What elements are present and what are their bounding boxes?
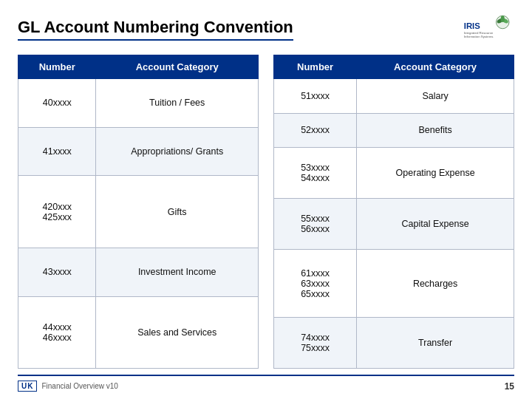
svg-text:IRIS: IRIS [464, 21, 481, 30]
right-table-number-cell: 53xxxx 54xxxx [274, 148, 357, 199]
page-title: GL Account Numbering Convention [18, 18, 293, 37]
footer-text: Financial Overview v10 [41, 382, 117, 390]
right-table-header-category: Account Category [357, 55, 514, 79]
left-table-number-cell: 40xxxx [18, 79, 96, 128]
right-table-category-cell: Benefits [357, 113, 514, 148]
svg-text:Information Systems: Information Systems [464, 35, 494, 38]
left-table-header-number: Number [18, 55, 96, 79]
left-table-category-cell: Tuition / Fees [96, 79, 259, 128]
left-table-category-cell: Sales and Services [96, 296, 259, 368]
left-table-number-cell: 43xxxx [18, 248, 96, 296]
right-table: Number Account Category 51xxxxSalary52xx… [273, 55, 514, 369]
right-table-number-cell: 61xxxx 63xxxx 65xxxx [274, 250, 357, 318]
svg-text:Integrated Resource: Integrated Resource [464, 31, 494, 35]
footer: UK Financial Overview v10 15 [18, 375, 514, 392]
header: GL Account Numbering Convention IRIS Int… [18, 13, 514, 41]
iris-logo-icon: IRIS Integrated Resource Information Sys… [463, 13, 514, 42]
left-table-category-cell: Gifts [96, 176, 259, 248]
right-table-category-cell: Salary [357, 79, 514, 114]
right-table-number-cell: 74xxxx 75xxxx [274, 317, 357, 368]
right-table-number-cell: 52xxxx [274, 113, 357, 148]
page-number: 15 [505, 381, 514, 392]
right-table-number-cell: 51xxxx [274, 79, 357, 114]
left-table-category-cell: Appropriations/ Grants [96, 127, 259, 176]
left-table-number-cell: 41xxxx [18, 127, 96, 176]
left-table: Number Account Category 40xxxxTuition / … [18, 55, 259, 369]
right-table-category-cell: Transfer [357, 317, 514, 368]
tables-container: Number Account Category 40xxxxTuition / … [18, 55, 514, 369]
left-table-number-cell: 44xxxx 46xxxx [18, 296, 96, 368]
right-table-category-cell: Capital Expense [357, 199, 514, 250]
page-container: GL Account Numbering Convention IRIS Int… [0, 0, 532, 399]
footer-left: UK Financial Overview v10 [18, 381, 118, 392]
logo-area: IRIS Integrated Resource Information Sys… [463, 13, 514, 41]
right-table-category-cell: Recharges [357, 250, 514, 318]
right-table-number-cell: 55xxxx 56xxxx [274, 199, 357, 250]
right-table-category-cell: Operating Expense [357, 148, 514, 199]
left-table-header-category: Account Category [96, 55, 259, 79]
svg-point-3 [501, 16, 505, 22]
left-table-category-cell: Investment Income [96, 248, 259, 296]
uk-logo: UK [18, 381, 37, 392]
right-table-header-number: Number [274, 55, 357, 79]
left-table-number-cell: 420xxx 425xxx [18, 176, 96, 248]
